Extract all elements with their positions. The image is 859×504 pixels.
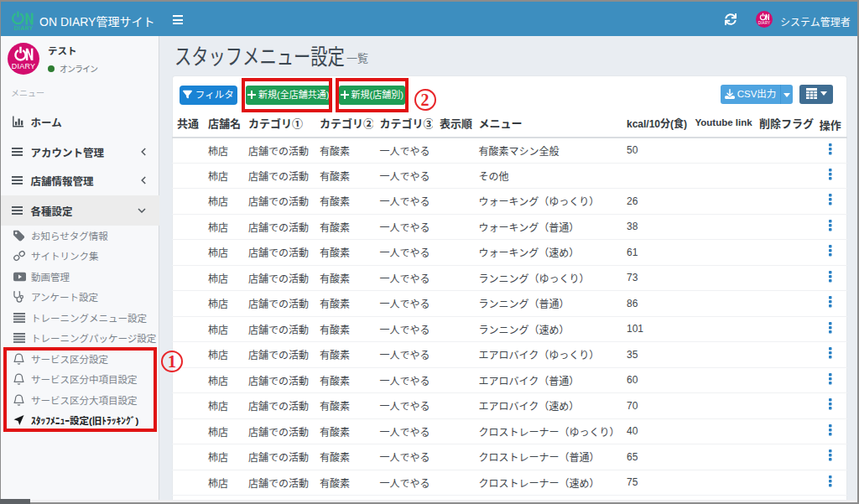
svg-text:DIARY: DIARY bbox=[758, 21, 770, 25]
svg-text:DIARY: DIARY bbox=[14, 25, 34, 31]
svg-text:DIARY: DIARY bbox=[12, 62, 35, 70]
